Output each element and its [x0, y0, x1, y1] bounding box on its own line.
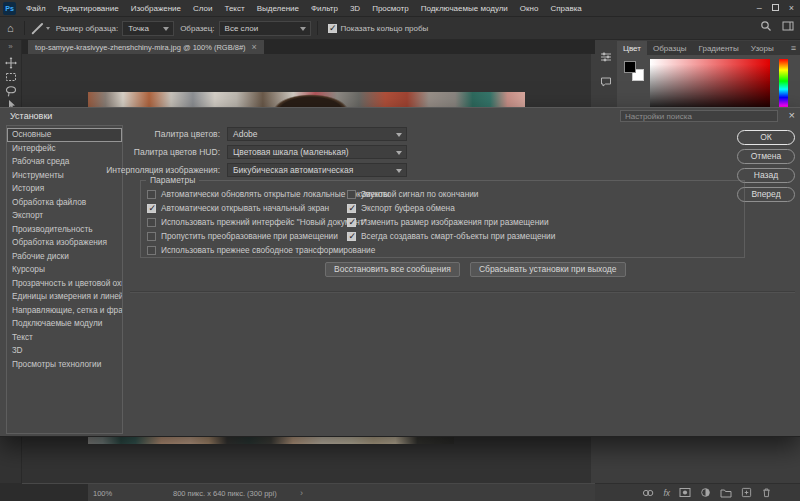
minimize-icon[interactable]: – [757, 4, 762, 13]
menu-item[interactable]: Текст [218, 4, 250, 13]
dialog-close-icon[interactable]: × [789, 109, 795, 121]
delete-layer-icon[interactable] [761, 487, 772, 498]
preference-field-row: Палитра цветов: Adobe [0, 127, 407, 141]
adjustment-layer-icon[interactable] [700, 487, 711, 498]
layer-mask-icon[interactable] [679, 487, 691, 498]
action-button[interactable]: Сбрасывать установки при выходе [470, 262, 626, 277]
panel-tab[interactable]: Образцы [647, 41, 693, 55]
checkbox-icon[interactable] [147, 246, 156, 255]
maximize-icon[interactable] [772, 4, 779, 13]
dialog-nav-buttons: ОКОтменаНазадВперед [737, 130, 795, 202]
field-label: Интерполяция изображения: [0, 165, 227, 175]
dialog-title: Установки [10, 111, 52, 121]
status-bar-spacer [22, 484, 88, 501]
sidebar-item[interactable]: Текст [7, 331, 122, 345]
menu-item[interactable]: Фильтр [305, 4, 344, 13]
menu-item[interactable]: Просмотр [366, 4, 415, 13]
field-select[interactable]: Adobe [227, 127, 407, 141]
properties-panel-icon[interactable] [600, 51, 612, 63]
sidebar-item[interactable]: Рабочие диски [7, 250, 122, 264]
preference-checkbox-row[interactable]: Всегда создавать смарт-объекты при разме… [347, 229, 555, 243]
move-tool-icon[interactable] [4, 56, 18, 70]
tab-close-icon[interactable]: × [252, 42, 257, 52]
checkbox-icon[interactable] [147, 232, 156, 241]
tool-options-bar: ⌂ Размер образца: Точка Образец: Все сло… [0, 17, 800, 40]
menu-item[interactable]: Слои [187, 4, 218, 13]
link-layers-icon[interactable] [642, 488, 654, 498]
eyedropper-icon[interactable] [31, 22, 44, 35]
menu-item[interactable]: Подключаемые модули [415, 4, 514, 13]
panel-tab[interactable]: Градиенты [693, 41, 745, 55]
show-sampling-ring-checkbox[interactable]: Показать кольцо пробы [328, 24, 429, 33]
sidebar-item[interactable]: Экспорт [7, 209, 122, 223]
preference-checkbox-row[interactable]: Звуковой сигнал по окончании [347, 187, 555, 201]
menu-bar: Ps ФайлРедактированиеИзображениеСлоиТекс… [0, 0, 800, 17]
document-tab[interactable]: top-samyye-krasivyye-zhenshchiny-mira.jp… [28, 40, 264, 54]
field-select[interactable]: Цветовая шкала (маленькая) [227, 145, 407, 159]
sidebar-item[interactable]: Обработка файлов [7, 196, 122, 210]
panel-menu-icon[interactable]: ≡ [791, 43, 796, 53]
menu-item[interactable]: Справка [544, 4, 587, 13]
bottom-left-corner [0, 483, 22, 501]
search-icon[interactable] [760, 20, 772, 32]
checkbox-icon[interactable] [347, 218, 356, 227]
checkbox-icon[interactable] [328, 24, 337, 33]
panel-tab[interactable]: Цвет [617, 41, 647, 55]
preferences-search-input[interactable] [620, 110, 778, 122]
menu-item[interactable]: Выделение [251, 4, 305, 13]
status-menu-chevron-icon[interactable]: › [300, 488, 303, 498]
saturation-field[interactable] [650, 59, 770, 114]
preference-checkbox-row[interactable]: Изменить размер изображения при размещен… [347, 215, 555, 229]
eyedropper-caret-icon[interactable] [46, 27, 50, 30]
layer-group-icon[interactable] [720, 488, 732, 498]
checkbox-icon[interactable] [347, 232, 356, 241]
checkbox-icon[interactable] [147, 204, 156, 213]
menu-item[interactable]: Изображение [125, 4, 187, 13]
nav-button[interactable]: ОК [737, 130, 795, 145]
sidebar-item[interactable]: Единицы измерения и линейки [7, 290, 122, 304]
field-select[interactable]: Бикубическая автоматическая [227, 163, 407, 177]
menu-item[interactable]: 3D [344, 4, 366, 13]
sample-size-select[interactable]: Точка [122, 21, 174, 36]
sidebar-item[interactable]: История [7, 182, 122, 196]
lasso-tool-icon[interactable] [4, 84, 18, 98]
workspace-switcher-icon[interactable] [782, 20, 794, 32]
preference-checkbox-row[interactable]: Экспорт буфера обмена [347, 201, 555, 215]
sidebar-item[interactable]: Обработка изображения [7, 236, 122, 250]
toolbar-collapse-icon[interactable]: » [0, 40, 21, 51]
checkbox-icon[interactable] [147, 190, 156, 199]
sidebar-item[interactable]: Подключаемые модули [7, 317, 122, 331]
document-image-bottom [88, 436, 454, 444]
nav-button[interactable]: Отмена [737, 149, 795, 164]
action-button[interactable]: Восстановить все сообщения [325, 262, 460, 277]
menu-item[interactable]: Файл [20, 4, 52, 13]
menu-item[interactable]: Редактирование [52, 4, 125, 13]
new-layer-icon[interactable] [741, 487, 752, 498]
sample-layers-select[interactable]: Все слои [219, 21, 311, 36]
menu-item[interactable]: Окно [514, 4, 545, 13]
panel-tab[interactable]: Узоры [745, 41, 780, 55]
close-icon[interactable]: × [789, 4, 794, 13]
hue-slider[interactable] [779, 59, 788, 114]
layer-effects-icon[interactable]: fx [663, 488, 670, 498]
sidebar-item[interactable]: Просмотры технологии [7, 358, 122, 372]
sidebar-item[interactable]: Производительность [7, 223, 122, 237]
zoom-level[interactable]: 100% [93, 489, 112, 498]
comments-panel-icon[interactable] [600, 76, 612, 88]
sidebar-item[interactable]: Курсоры [7, 263, 122, 277]
sidebar-item[interactable]: Прозрачность и цветовой охват [7, 277, 122, 291]
preference-checkbox-row[interactable]: Использовать прежнее свободное трансформ… [147, 243, 389, 257]
home-icon[interactable]: ⌂ [7, 22, 14, 34]
checkbox-icon[interactable] [347, 204, 356, 213]
nav-button[interactable]: Вперед [737, 187, 795, 202]
menu-items: ФайлРедактированиеИзображениеСлоиТекстВы… [20, 4, 588, 13]
nav-button[interactable]: Назад [737, 168, 795, 183]
preferences-dialog: Установки × ОсновныеИнтерфейсРабочая сре… [0, 107, 800, 437]
checkbox-icon[interactable] [147, 218, 156, 227]
marquee-tool-icon[interactable] [4, 70, 18, 84]
checkbox-icon[interactable] [347, 190, 356, 199]
sidebar-item[interactable]: Направляющие, сетка и фрагменты [7, 304, 122, 318]
foreground-color-swatch[interactable] [624, 61, 636, 73]
sidebar-item[interactable]: 3D [7, 344, 122, 358]
photoshop-logo: Ps [3, 2, 16, 15]
